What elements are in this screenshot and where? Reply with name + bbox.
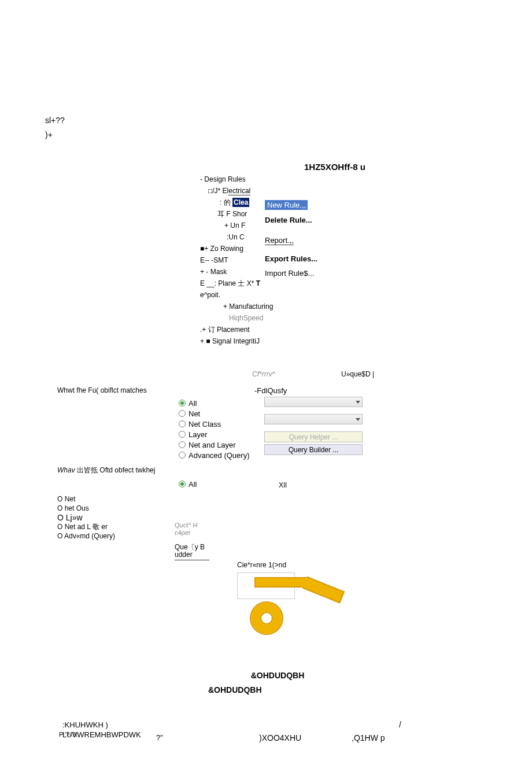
first-object-title: Whwt fhe Fu( obiflct matches: [57, 386, 370, 394]
comment-label: Cf*rrrv^: [252, 370, 275, 378]
clearance-graphic: [231, 572, 359, 648]
second-radio-group: All: [179, 479, 370, 489]
radio-icon: [179, 441, 186, 448]
radio2-all[interactable]: All: [179, 479, 370, 489]
menu-report[interactable]: Report.,,: [265, 236, 317, 245]
tree-testpoint[interactable]: e^poit.: [200, 289, 273, 301]
radio2-layer[interactable]: O Lj»w: [57, 513, 115, 522]
net-dropdown[interactable]: [264, 397, 363, 407]
footer-q: ?": [156, 733, 163, 742]
second-radio-list: O Net O het Ous O Lj»w O Net ad L 敬 er O…: [57, 494, 115, 541]
tree-design-rules[interactable]: - Design Rules: [200, 173, 273, 185]
tree-smt[interactable]: E-- -SMT: [200, 254, 273, 266]
unique-id-label: U»que$D |: [341, 370, 374, 378]
chevron-down-icon: [356, 418, 360, 421]
tree-clearance-prefix: : 的: [220, 198, 232, 206]
trace-shape: [254, 577, 347, 588]
query-helper-button[interactable]: Query Helper ...: [264, 431, 363, 442]
radio2-advanced[interactable]: O Adv«md (Query): [57, 531, 115, 541]
radio2-net-and-layer[interactable]: O Net ad L 敬 er: [57, 522, 115, 531]
full-query-label: -FdlQusfy: [254, 386, 287, 395]
radio-icon: [179, 420, 186, 427]
second-object-title: Whav 出皆抵 Oftd obfect twkhej: [57, 466, 370, 475]
radio-icon: [179, 452, 186, 459]
tree-unf[interactable]: + Un F: [200, 220, 273, 231]
footer-text: :KHUHWKH ) LUVWREMHBWPDWK P '?-?t: [62, 720, 141, 740]
tree-plane-a: E __: Plane 士 X*: [200, 279, 256, 287]
clearance-heading: Cie*r«nre 1(>nd: [237, 561, 286, 569]
tree-signal-integrity[interactable]: + ■ Signal IntegritiJ: [200, 335, 273, 347]
tree-clearance[interactable]: : 的 Clea: [200, 197, 273, 208]
footer-full-query: )XOO4XHU: [259, 733, 301, 742]
context-menu: New Rule.,, Delete Rule... Report.,, Exp…: [265, 200, 317, 283]
stray-text-2: )+: [45, 130, 53, 139]
radio-icon: [179, 410, 186, 417]
tree-electrical-link[interactable]: ectrical: [228, 187, 250, 195]
chevron-down-icon: [356, 401, 360, 404]
dialog-title: 1HZ5XOHff-8 u: [304, 162, 365, 172]
radio-icon: [179, 481, 186, 487]
tree-placement[interactable]: .+ 订 Placement: [200, 324, 273, 335]
rules-tree[interactable]: - Design Rules □/J* Electrical : 的 Clea …: [200, 173, 273, 347]
tree-mask[interactable]: + - Mask: [200, 266, 273, 278]
query-builder-button[interactable]: Query Builder ...: [264, 444, 363, 455]
radio2-net-class[interactable]: O het Ous: [57, 504, 115, 513]
query-helper-2[interactable]: Quct^ Hc4per: [175, 522, 197, 537]
radio2-net[interactable]: O Net: [57, 494, 115, 504]
tree-plane[interactable]: E __: Plane 士 X* T: [200, 278, 273, 289]
net-class-dropdown[interactable]: [264, 414, 363, 424]
radio-icon: [179, 400, 186, 407]
second-object-section: Whav 出皆抵 Oftd obfect twkhej All: [57, 466, 370, 489]
clearance-label-2: &OHDUDQBH: [208, 685, 262, 694]
tree-unc[interactable]: :Un C: [200, 231, 273, 243]
footer-innet: ,Q1HW p: [352, 733, 385, 742]
tree-electrical-prefix: □/J* El: [208, 187, 228, 195]
tree-routing[interactable]: ■+ Zo Rowing: [200, 243, 273, 254]
menu-delete-rule[interactable]: Delete Rule...: [265, 216, 317, 224]
radio-icon: [179, 431, 186, 438]
tree-plane-b: T: [256, 279, 260, 287]
menu-import-rules[interactable]: Import Rule$...: [265, 269, 317, 278]
clearance-label-1: &OHDUDQBH: [220, 671, 335, 680]
menu-export-rules[interactable]: Export Rules...: [265, 254, 317, 263]
tree-clearance-selected[interactable]: Clea: [232, 198, 249, 207]
stray-text-1: sl+??: [45, 116, 65, 125]
tree-short[interactable]: 耳 F Shor: [200, 208, 273, 220]
tree-highspeed[interactable]: HiqhSpeed: [200, 312, 273, 324]
menu-new-rule[interactable]: New Rule.,,: [265, 200, 317, 210]
tree-electrical[interactable]: □/J* Electrical: [200, 185, 273, 197]
xll-label: XIl: [279, 481, 287, 489]
footer-slash: /: [399, 720, 401, 729]
tree-manufacturing[interactable]: + Manufacturing: [200, 301, 273, 312]
query-builder-2[interactable]: Que〔y Budder: [175, 544, 209, 560]
via-shape: [251, 603, 282, 634]
